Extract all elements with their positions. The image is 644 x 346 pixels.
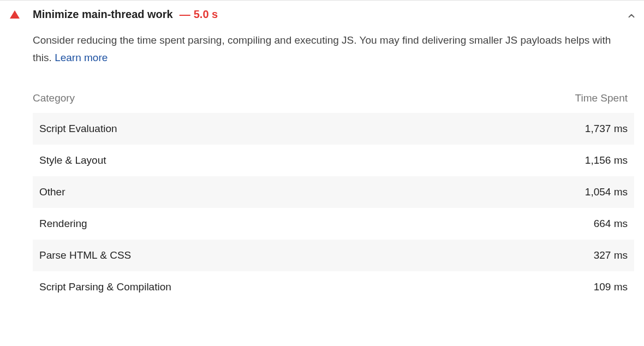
cell-category: Style & Layout <box>39 154 585 166</box>
audit-item: Minimize main-thread work — 5.0 s Consid… <box>0 0 644 303</box>
breakdown-table: Category Time Spent Script Evaluation 1,… <box>33 92 634 303</box>
audit-dash: — <box>180 8 190 21</box>
audit-description-text: Consider reducing the time spent parsing… <box>33 34 611 63</box>
cell-category: Script Parsing & Compilation <box>39 281 594 293</box>
cell-time: 664 ms <box>594 218 628 230</box>
table-row: Other 1,054 ms <box>33 176 634 208</box>
cell-time: 1,737 ms <box>585 123 628 135</box>
cell-time: 1,054 ms <box>585 186 628 198</box>
table-row: Style & Layout 1,156 ms <box>33 145 634 176</box>
cell-category: Rendering <box>39 218 594 230</box>
cell-category: Script Evaluation <box>39 123 585 135</box>
col-header-time: Time Spent <box>575 92 628 104</box>
col-header-category: Category <box>33 92 575 104</box>
cell-category: Other <box>39 186 585 198</box>
warning-triangle-icon <box>10 10 20 19</box>
audit-header[interactable]: Minimize main-thread work — 5.0 s <box>0 1 644 26</box>
chevron-up-icon <box>627 11 634 19</box>
cell-time: 327 ms <box>594 249 628 261</box>
table-row: Parse HTML & CSS 327 ms <box>33 240 634 271</box>
cell-time: 1,156 ms <box>585 154 628 166</box>
table-header: Category Time Spent <box>33 92 634 113</box>
table-row: Script Parsing & Compilation 109 ms <box>33 271 634 303</box>
table-row: Rendering 664 ms <box>33 208 634 240</box>
cell-time: 109 ms <box>594 281 628 293</box>
audit-description: Consider reducing the time spent parsing… <box>33 32 634 67</box>
cell-category: Parse HTML & CSS <box>39 249 594 261</box>
audit-body: Consider reducing the time spent parsing… <box>0 26 644 303</box>
table-row: Script Evaluation 1,737 ms <box>33 113 634 145</box>
audit-value: 5.0 s <box>194 8 218 21</box>
learn-more-link[interactable]: Learn more <box>55 52 108 63</box>
audit-title: Minimize main-thread work <box>33 8 173 21</box>
